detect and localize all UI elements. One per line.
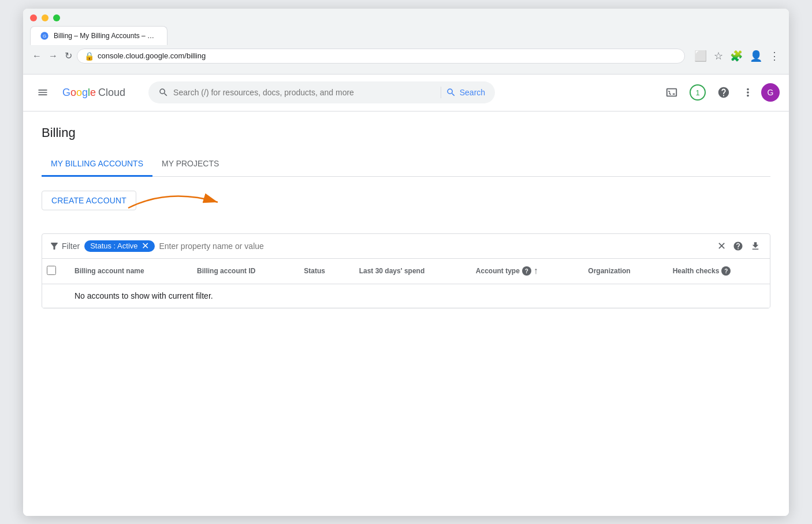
th-id: Billing account ID bbox=[188, 259, 295, 284]
th-org: Organization bbox=[579, 259, 663, 284]
empty-message: No accounts to show with current filter. bbox=[65, 284, 770, 307]
browser-tab[interactable]: G Billing – My Billing Accounts – Google… bbox=[30, 26, 167, 45]
account-type-help-icon[interactable]: ? bbox=[522, 266, 531, 276]
svg-text:G: G bbox=[43, 33, 46, 38]
search-bar[interactable]: Search bbox=[148, 81, 495, 103]
notification-badge: 1 bbox=[690, 84, 706, 101]
filter-label: Filter bbox=[62, 241, 80, 251]
download-icon bbox=[750, 241, 761, 251]
minimize-btn[interactable] bbox=[42, 14, 49, 21]
chrome-bar: G Billing – My Billing Accounts – Google… bbox=[23, 9, 789, 75]
avatar[interactable]: G bbox=[761, 83, 780, 102]
address-bar[interactable]: 🔒 console.cloud.google.com/billing bbox=[77, 49, 685, 64]
forward-button[interactable]: → bbox=[46, 49, 60, 64]
extension-icon[interactable]: 🧩 bbox=[728, 47, 745, 65]
filter-help-icon bbox=[733, 241, 743, 251]
empty-row: No accounts to show with current filter. bbox=[42, 284, 770, 307]
th-name: Billing account name bbox=[65, 259, 188, 284]
chrome-navigation: ← → ↻ 🔒 console.cloud.google.com/billing… bbox=[30, 45, 782, 69]
tab-my-projects[interactable]: MY PROJECTS bbox=[152, 152, 228, 177]
filter-btn[interactable]: Filter bbox=[49, 241, 80, 251]
lock-icon: 🔒 bbox=[84, 51, 94, 61]
chip-text: Status : Active bbox=[90, 241, 137, 250]
search-input[interactable] bbox=[173, 88, 436, 97]
page-title: Billing bbox=[42, 125, 770, 140]
reload-button[interactable]: ↻ bbox=[62, 48, 75, 64]
th-type: Account type ? ↑ bbox=[467, 259, 579, 284]
filter-icon bbox=[49, 241, 59, 251]
help-filter-btn[interactable] bbox=[731, 237, 746, 255]
table-container: Filter Status : Active ✕ ✕ bbox=[42, 233, 770, 309]
search-btn-icon bbox=[446, 87, 456, 98]
terminal-icon-btn[interactable] bbox=[661, 81, 683, 103]
filter-actions: ✕ bbox=[715, 237, 763, 255]
tab-billing-accounts[interactable]: MY BILLING ACCOUNTS bbox=[42, 152, 152, 177]
select-all-checkbox[interactable] bbox=[47, 266, 56, 275]
search-bar-icon bbox=[158, 87, 169, 98]
help-btn[interactable] bbox=[713, 81, 735, 103]
bookmark-icon[interactable]: ☆ bbox=[712, 47, 725, 65]
search-label: Search bbox=[460, 88, 485, 97]
empty-checkbox-cell bbox=[42, 284, 65, 307]
page-content: Billing MY BILLING ACCOUNTS MY PROJECTS … bbox=[23, 112, 789, 516]
profile-icon[interactable]: 👤 bbox=[747, 47, 765, 65]
browser-window: G Billing – My Billing Accounts – Google… bbox=[23, 9, 789, 516]
table-body: No accounts to show with current filter. bbox=[42, 284, 770, 307]
logo-google: Google bbox=[62, 87, 96, 99]
th-health: Health checks ? bbox=[664, 259, 770, 284]
th-status: Status bbox=[295, 259, 349, 284]
tab-bar: G Billing – My Billing Accounts – Google… bbox=[30, 26, 782, 45]
terminal-icon bbox=[665, 86, 678, 99]
page-tabs: MY BILLING ACCOUNTS MY PROJECTS bbox=[42, 152, 770, 177]
maximize-btn[interactable] bbox=[53, 14, 60, 21]
download-btn[interactable] bbox=[748, 237, 763, 255]
health-checks-help-icon[interactable]: ? bbox=[721, 266, 731, 276]
vertical-dots-icon bbox=[742, 86, 754, 99]
filter-chip[interactable]: Status : Active ✕ bbox=[84, 240, 154, 252]
clear-filter-btn[interactable]: ✕ bbox=[715, 237, 728, 255]
th-checkbox bbox=[42, 259, 65, 284]
th-spend: Last 30 days' spend bbox=[350, 259, 467, 284]
sort-icon[interactable]: ↑ bbox=[534, 266, 538, 276]
search-divider bbox=[441, 87, 441, 98]
help-icon bbox=[717, 86, 730, 99]
chrome-toolbar-icons: ⬜ ☆ 🧩 👤 ⋮ bbox=[692, 47, 782, 65]
address-text: console.cloud.google.com/billing bbox=[98, 51, 206, 60]
window-controls bbox=[30, 14, 782, 21]
hamburger-menu[interactable] bbox=[32, 82, 53, 103]
cast-icon[interactable]: ⬜ bbox=[692, 47, 709, 65]
search-button[interactable]: Search bbox=[446, 87, 485, 98]
hamburger-icon bbox=[37, 87, 49, 98]
back-button[interactable]: ← bbox=[30, 49, 44, 64]
app-header: Google Cloud Search bbox=[23, 75, 789, 112]
tab-favicon: G bbox=[40, 31, 49, 40]
arrow-annotation bbox=[122, 185, 226, 214]
filter-bar: Filter Status : Active ✕ ✕ bbox=[42, 234, 770, 259]
more-icon[interactable]: ⋮ bbox=[767, 47, 782, 65]
google-cloud-logo[interactable]: Google Cloud bbox=[62, 87, 125, 99]
notification-btn[interactable]: 1 bbox=[685, 80, 710, 105]
close-btn[interactable] bbox=[30, 14, 37, 21]
chip-close-btn[interactable]: ✕ bbox=[140, 241, 150, 251]
tab-title: Billing – My Billing Accounts – Google C… bbox=[54, 32, 158, 40]
accounts-table: Billing account name Billing account ID … bbox=[42, 259, 770, 308]
filter-input[interactable] bbox=[159, 241, 711, 251]
more-options-btn[interactable] bbox=[737, 81, 759, 103]
logo-cloud: Cloud bbox=[98, 87, 125, 99]
create-account-button[interactable]: CREATE ACCOUNT bbox=[42, 191, 136, 210]
create-account-container: CREATE ACCOUNT bbox=[42, 191, 136, 224]
table-header: Billing account name Billing account ID … bbox=[42, 259, 770, 284]
header-icons: 1 G bbox=[661, 80, 780, 105]
